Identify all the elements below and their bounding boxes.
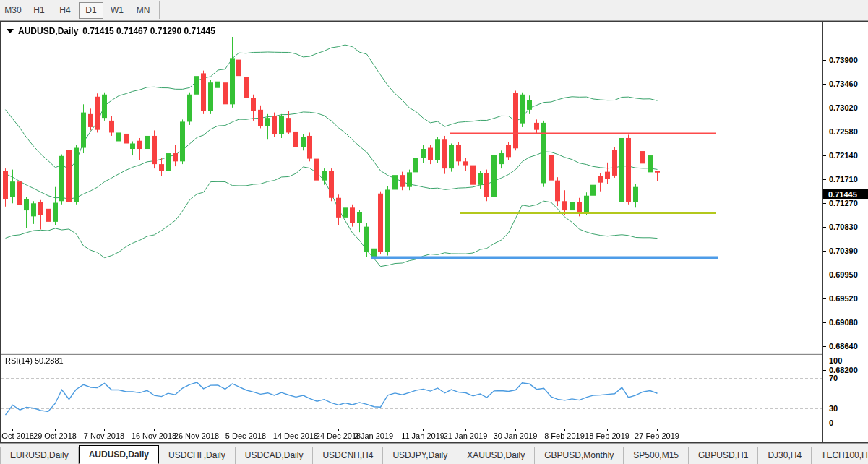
rsi-tick-label: 30 [829, 404, 838, 413]
rsi-tick-label: 70 [829, 374, 838, 382]
symbol-tab-gbpusd-monthly[interactable]: GBPUSD,Monthly [535, 447, 624, 464]
date-tick-label: 5 Dec 2018 [225, 431, 266, 440]
price-chart-canvas[interactable] [1, 22, 822, 353]
timeframe-button-h1[interactable]: H1 [27, 2, 51, 19]
price-tick-mark [823, 251, 826, 252]
price-tick-mark [823, 298, 826, 299]
symbol-tab-usdcad-daily[interactable]: USDCAD,Daily [236, 447, 314, 464]
symbol-tab-audusd-daily[interactable]: AUDUSD,Daily [79, 445, 159, 464]
price-tick-mark [823, 155, 826, 156]
date-tick-label: 19 Oct 2018 [0, 431, 34, 440]
price-tick-mark [823, 322, 826, 323]
date-axis[interactable]: 19 Oct 201829 Oct 20187 Nov 201816 Nov 2… [1, 429, 822, 442]
date-tick-label: 16 Nov 2018 [132, 431, 176, 440]
date-tick-label: 7 Nov 2018 [84, 431, 124, 440]
price-tick-label: 0.73020 [829, 103, 858, 112]
date-tick-label: 27 Feb 2019 [635, 431, 679, 440]
date-tick-label: 14 Dec 2018 [273, 431, 318, 440]
date-tick-label: 21 Jan 2019 [444, 431, 488, 440]
rsi-indicator-label: RSI(14) 50.2881 [5, 356, 64, 365]
symbol-tab-bar: EURUSD,DailyAUDUSD,DailyUSDCHF,DailyUSDC… [0, 443, 868, 464]
price-tick-mark [823, 179, 826, 180]
symbol-tab-usdchf-daily[interactable]: USDCHF,Daily [159, 447, 236, 464]
timeframe-button-m30[interactable]: M30 [1, 2, 25, 19]
price-tick-label: 0.71710 [829, 175, 858, 184]
price-tick-label: 0.69080 [829, 318, 858, 327]
date-tick-label: 26 Nov 2018 [174, 431, 219, 440]
rsi-tick-label: 0 [829, 418, 833, 427]
chart-symbol-label: AUDUSD,Daily [18, 26, 78, 36]
price-tick-mark [823, 108, 826, 108]
date-tick-label: 11 Jan 2019 [401, 431, 444, 440]
price-tick-mark [823, 60, 826, 61]
symbol-tab-usdjpy-daily[interactable]: USDJPY,Daily [383, 447, 457, 464]
symbol-tab-usdcnh-h4[interactable]: USDCNH,H4 [313, 447, 383, 464]
price-tick-label: 0.72580 [829, 127, 858, 136]
rsi-tick-label: 100 [829, 356, 842, 365]
last-price-badge: 0.71445 [823, 189, 868, 199]
plot-area: AUDUSD,Daily 0.71415 0.71467 0.71290 0.7… [1, 22, 822, 442]
chart-frame: AUDUSD,Daily 0.71415 0.71467 0.71290 0.7… [0, 21, 868, 443]
symbol-tab-dj30-h4[interactable]: DJ30,H4 [758, 447, 812, 464]
timeframe-button-w1[interactable]: W1 [105, 2, 129, 19]
symbol-tab-eurusd-daily[interactable]: EURUSD,Daily [0, 447, 79, 464]
price-tick-label: 0.70390 [829, 246, 858, 255]
price-tick-mark [823, 203, 826, 204]
timeframe-button-d1[interactable]: D1 [79, 2, 103, 19]
chart-dropdown-arrow-icon[interactable] [7, 29, 14, 33]
price-tick-label: 0.69950 [829, 270, 858, 279]
price-tick-label: 0.71270 [829, 199, 858, 207]
price-tick-mark [823, 84, 826, 85]
price-tick-label: 0.73460 [829, 80, 858, 88]
price-tick-mark [823, 346, 826, 347]
timeframe-toolbar: M30H1H4D1W1MN [0, 0, 868, 21]
symbol-tab-sp500-m15[interactable]: SP500,M15 [624, 447, 689, 464]
timeframe-button-h4[interactable]: H4 [53, 2, 77, 19]
chart-ohlc-values: 0.71415 0.71467 0.71290 0.71445 [82, 26, 215, 36]
price-tick-mark [823, 275, 826, 275]
symbol-tab-xauusd-daily[interactable]: XAUUSD,Daily [457, 447, 535, 464]
price-tick-label: 0.70830 [829, 223, 858, 231]
date-tick-label: 18 Feb 2019 [585, 431, 629, 440]
symbol-tab-tech100-h1[interactable]: TECH100,H1 [812, 447, 868, 464]
price-tick-mark [823, 132, 826, 132]
price-tick-label: 0.73900 [829, 56, 858, 64]
toolbar-separator [159, 1, 160, 19]
price-tick-label: 0.69520 [829, 294, 858, 303]
chart-title: AUDUSD,Daily 0.71415 0.71467 0.71290 0.7… [7, 26, 215, 36]
date-tick-label: 30 Jan 2019 [494, 431, 538, 440]
price-tick-mark [823, 227, 826, 228]
rsi-chart-canvas[interactable] [1, 355, 822, 429]
price-tick-label: 0.68640 [829, 342, 858, 351]
date-tick-label: 2 Jan 2019 [354, 431, 393, 440]
price-tick-mark [823, 370, 826, 371]
price-tick-label: 0.72140 [829, 151, 858, 160]
date-tick-label: 29 Oct 2018 [33, 431, 77, 440]
mt4-chart-window: M30H1H4D1W1MN AUDUSD,Daily 0.71415 0.714… [0, 0, 868, 464]
price-scale[interactable]: 0.739000.734600.730200.725800.721400.717… [822, 22, 868, 442]
timeframe-button-mn[interactable]: MN [131, 2, 155, 19]
symbol-tab-gbpusd-h1[interactable]: GBPUSD,H1 [689, 447, 758, 464]
date-tick-label: 8 Feb 2019 [544, 431, 585, 440]
